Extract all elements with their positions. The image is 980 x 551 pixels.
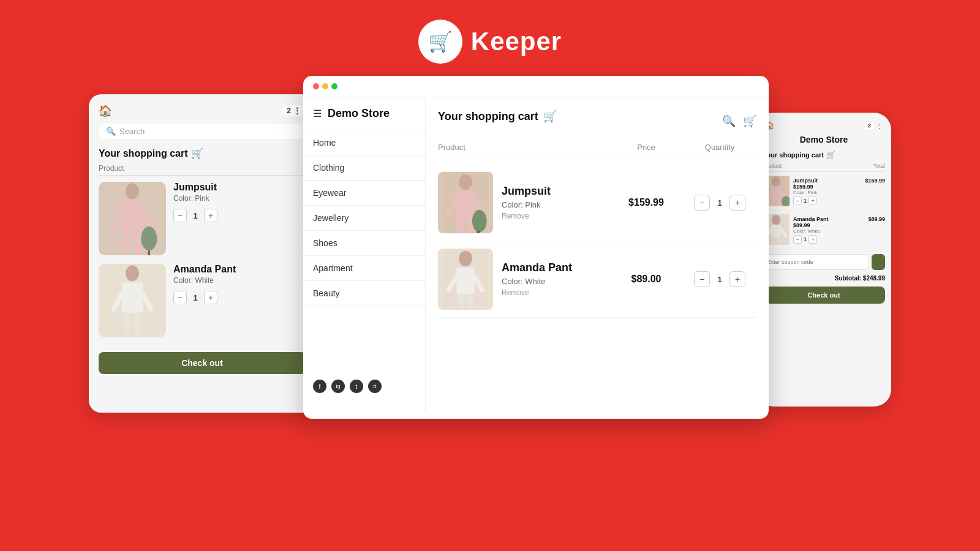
svg-rect-15 bbox=[134, 313, 141, 334]
qty-minus-pant-left[interactable]: − bbox=[173, 291, 187, 304]
sidebar-nav-wrapper: ☰ Demo Store Home Clothing Eyewear Jewel… bbox=[303, 107, 425, 403]
product-image-pant-middle bbox=[438, 249, 493, 310]
nav-item-shoes[interactable]: Shoes bbox=[303, 231, 425, 256]
panel-right-topbar: 🏠 2 ⋮ bbox=[763, 121, 885, 130]
svg-rect-42 bbox=[771, 225, 781, 238]
qty-plus-pant-middle[interactable]: + bbox=[729, 271, 745, 287]
product-color-jumpsuit-middle: Color: Pink bbox=[502, 200, 609, 209]
home-icon: 🏠 bbox=[99, 104, 112, 118]
product-name-jumpsuit-middle: Jumpsuit bbox=[502, 185, 609, 198]
product-info-pant-left: Amanda Pant Color: White − 1 + bbox=[173, 264, 306, 304]
cart-icon-middle: 🛒 bbox=[543, 110, 557, 123]
product-color-pant-middle: Color: White bbox=[502, 277, 609, 286]
nav-item-eyewear[interactable]: Eyewear bbox=[303, 181, 425, 206]
search-icon-middle[interactable]: 🔍 bbox=[722, 114, 736, 128]
svg-point-17 bbox=[459, 174, 472, 190]
product-item-left-1: Jumpsuit Color: Pink − 1 + bbox=[99, 182, 306, 255]
mini-qty-plus-jumpsuit[interactable]: + bbox=[809, 197, 817, 205]
col-product-header: Product bbox=[438, 143, 609, 152]
badge-count: 2 bbox=[287, 107, 291, 115]
nav-item-clothing[interactable]: Clothing bbox=[303, 156, 425, 181]
qty-minus-pant-middle[interactable]: − bbox=[694, 271, 710, 287]
svg-point-23 bbox=[472, 210, 487, 232]
product-remove-jumpsuit-middle[interactable]: Remove bbox=[502, 212, 609, 220]
badge-right: 2 ⋮ bbox=[865, 122, 883, 129]
svg-rect-6 bbox=[123, 234, 130, 253]
store-title-right: Demo Store bbox=[763, 135, 885, 144]
svg-line-13 bbox=[143, 294, 151, 309]
search-bar-left[interactable]: 🔍 Search bbox=[99, 124, 306, 139]
store-title-middle: Demo Store bbox=[328, 107, 390, 120]
product-info-jumpsuit-middle: Jumpsuit Color: Pink Remove bbox=[502, 185, 609, 220]
panel-left-topbar: 🏠 2 ⋮ bbox=[99, 104, 306, 118]
product-qty-jumpsuit-middle: − 1 + bbox=[683, 195, 756, 211]
dot-minimize bbox=[322, 83, 328, 89]
checkout-button-left[interactable]: Check out bbox=[99, 352, 306, 374]
col-total-right: Total bbox=[873, 163, 885, 169]
social-icons-middle: f ig t tt bbox=[303, 370, 425, 403]
product-label-left: Product bbox=[99, 164, 306, 176]
qty-control-jumpsuit-left: − 1 + bbox=[173, 209, 306, 222]
tiktok-icon[interactable]: tt bbox=[368, 380, 382, 393]
qty-control-pant-left: − 1 + bbox=[173, 291, 306, 304]
svg-rect-24 bbox=[477, 230, 480, 233]
product-price-jumpsuit-middle: $159.99 bbox=[609, 197, 683, 208]
coupon-input[interactable] bbox=[763, 254, 869, 270]
product-row-jumpsuit-middle: Jumpsuit Color: Pink Remove $159.99 − 1 … bbox=[438, 165, 756, 241]
product-color-jumpsuit-left: Color: Pink bbox=[173, 194, 306, 203]
mini-qty-plus-pant[interactable]: + bbox=[809, 235, 817, 244]
cart-icon-topbar-middle[interactable]: 🛒 bbox=[743, 114, 756, 128]
logo-text: Keeper bbox=[471, 27, 562, 56]
product-remove-pant-middle[interactable]: Remove bbox=[502, 288, 609, 297]
cart-badge-left[interactable]: 2 ⋮ bbox=[282, 105, 306, 116]
svg-rect-21 bbox=[456, 220, 464, 232]
header: 🛒 Keeper bbox=[0, 0, 980, 64]
mini-qty-minus-jumpsuit[interactable]: − bbox=[793, 197, 802, 205]
nav-item-beauty[interactable]: Beauty bbox=[303, 281, 425, 306]
nav-item-jewellery[interactable]: Jewellery bbox=[303, 206, 425, 231]
product-image-pant-left bbox=[99, 264, 166, 337]
qty-plus-jumpsuit-middle[interactable]: + bbox=[729, 195, 745, 211]
qty-plus-jumpsuit-left[interactable]: + bbox=[204, 209, 217, 222]
instagram-icon[interactable]: ig bbox=[331, 380, 345, 393]
mini-product-row-pant: Amanda Pant $89.99 $89.99 Color: White −… bbox=[763, 214, 885, 249]
svg-point-8 bbox=[141, 227, 157, 250]
product-item-left-2: Amanda Pant Color: White − 1 + bbox=[99, 264, 306, 337]
qty-value-jumpsuit-left: 1 bbox=[190, 211, 200, 220]
product-color-pant-left: Color: White bbox=[173, 276, 306, 285]
mini-qty-minus-pant[interactable]: − bbox=[793, 235, 802, 244]
hamburger-icon[interactable]: ☰ bbox=[313, 108, 322, 119]
mini-product-color-jumpsuit: Color: Pink bbox=[793, 190, 885, 195]
product-name-pant-middle: Amanda Pant bbox=[502, 261, 609, 274]
svg-rect-38 bbox=[777, 200, 781, 206]
dots-icon: ⋮ bbox=[293, 107, 301, 115]
checkout-button-right[interactable]: Check out bbox=[763, 287, 885, 304]
product-name-pant-left: Amanda Pant bbox=[173, 264, 306, 275]
twitter-icon[interactable]: t bbox=[350, 380, 363, 393]
qty-minus-jumpsuit-middle[interactable]: − bbox=[694, 195, 710, 211]
panel-left: 🏠 2 ⋮ 🔍 Search Your shopping cart 🛒 Prod… bbox=[89, 94, 315, 413]
mini-product-price2-pant: $89.99 bbox=[793, 222, 885, 228]
svg-rect-14 bbox=[123, 313, 130, 334]
nav-item-home[interactable]: Home bbox=[303, 130, 425, 156]
nav-item-apartment[interactable]: Apartment bbox=[303, 256, 425, 281]
mini-product-row-jumpsuit: Jumpsuit $159.99 $159.99 Color: Pink − 1… bbox=[763, 176, 885, 211]
dot-close bbox=[313, 83, 319, 89]
panel-middle-content: ☰ Demo Store Home Clothing Eyewear Jewel… bbox=[303, 97, 769, 413]
facebook-icon[interactable]: f bbox=[313, 380, 326, 393]
svg-rect-34 bbox=[771, 187, 782, 200]
coupon-row bbox=[763, 254, 885, 270]
coupon-apply-button[interactable] bbox=[872, 254, 885, 270]
product-image-jumpsuit-middle bbox=[438, 172, 493, 233]
cart-title-left: Your shopping cart 🛒 bbox=[99, 148, 306, 159]
mini-product-price-jumpsuit: $159.99 bbox=[865, 178, 885, 184]
qty-plus-pant-left[interactable]: + bbox=[204, 291, 217, 304]
svg-rect-27 bbox=[456, 268, 474, 294]
product-info-pant-middle: Amanda Pant Color: White Remove bbox=[502, 261, 609, 297]
sidebar-nav: ☰ Demo Store Home Clothing Eyewear Jewel… bbox=[303, 97, 426, 413]
svg-rect-46 bbox=[777, 238, 780, 245]
qty-minus-jumpsuit-left[interactable]: − bbox=[173, 209, 187, 222]
dot-maximize bbox=[331, 83, 337, 89]
svg-point-10 bbox=[126, 265, 139, 281]
mini-product-price-pant: $89.99 bbox=[868, 216, 885, 222]
